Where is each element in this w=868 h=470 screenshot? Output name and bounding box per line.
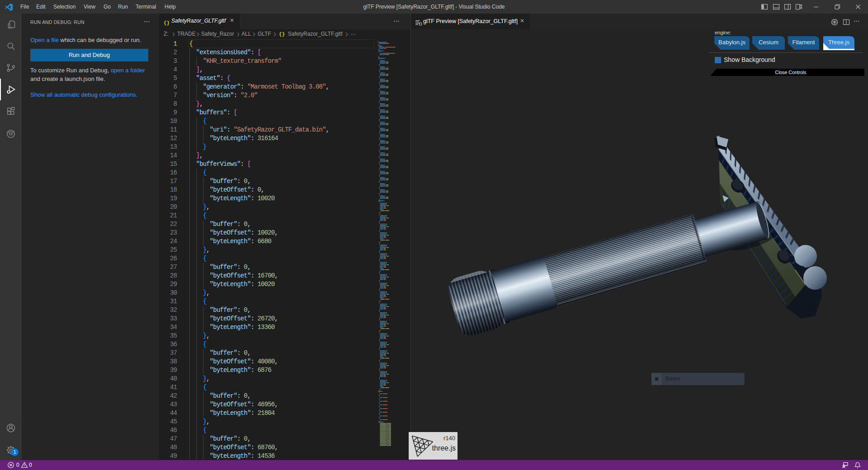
svg-text:Close Controls: Close Controls	[775, 70, 807, 75]
